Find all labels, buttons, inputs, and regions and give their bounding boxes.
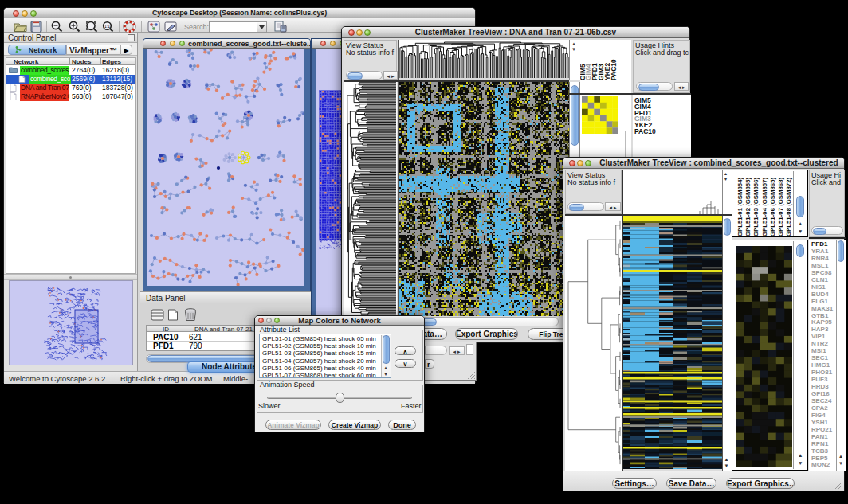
svg-text:PAC10: PAC10: [610, 59, 618, 80]
svg-text:GPL51-02 (GSM855): GPL51-02 (GSM855): [744, 177, 752, 236]
svg-text:GPL51-07 (GSM868): GPL51-07 (GSM868): [777, 177, 784, 236]
svg-text:GPL51-04 (GSM857): GPL51-04 (GSM857): [761, 177, 768, 236]
svg-text:GPL51-08 (GSM872): GPL51-08 (GSM872): [785, 177, 792, 236]
svg-text:GPL51-01 (GSM854): GPL51-01 (GSM854): [736, 177, 744, 236]
svg-text:1:1: 1:1: [104, 24, 110, 29]
svg-text:GPL51-03 (GSM856): GPL51-03 (GSM856): [752, 177, 760, 236]
svg-text:GPL51-06 (GSM865): GPL51-06 (GSM865): [769, 177, 776, 236]
